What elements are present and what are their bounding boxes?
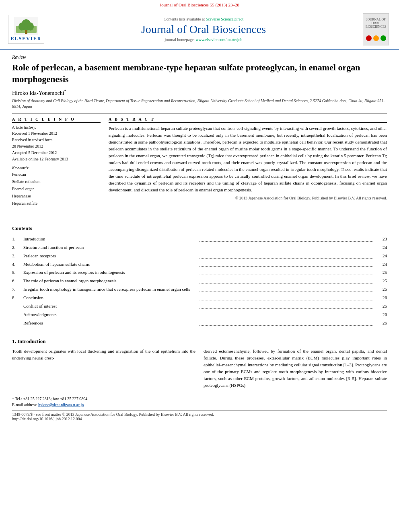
- article-two-col: A R T I C L E I N F O Article history: R…: [12, 117, 387, 210]
- keyword-1: Perlecan: [12, 171, 101, 178]
- contents-item-4: 4. Metabolism of heparan sulfate chains …: [12, 260, 387, 269]
- item-num-7: 7.: [12, 285, 23, 294]
- item-page-conflict: 26: [375, 302, 387, 310]
- homepage-label-text: journal homepage:: [165, 37, 195, 42]
- copyright-line-1: 1349-0079/$ - see front matter © 2013 Ja…: [12, 412, 387, 417]
- item-text-ack: Acknowledgments: [23, 310, 197, 319]
- journal-top-bar: Journal of Oral Biosciences 55 (2013) 23…: [0, 0, 399, 9]
- article-type: Review: [12, 54, 387, 60]
- item-dots-8: [199, 300, 373, 300]
- article-content: Review Role of perlecan, a basement memb…: [0, 50, 399, 214]
- received-date: Received 1 November 2012 Received in rev…: [12, 130, 101, 162]
- item-text-4: Metabolism of heparan sulfate chains: [23, 260, 197, 269]
- keyword-5: Heparan sulfate: [12, 200, 101, 207]
- footnote-tel: * Tel.: +81 25 227 2813; fax: +81 25 227…: [12, 396, 387, 402]
- item-page-ref: 26: [375, 319, 387, 327]
- article-info-label: A R T I C L E I N F O: [12, 117, 101, 123]
- item-num-2: 2.: [12, 243, 23, 252]
- article-info-col: A R T I C L E I N F O Article history: R…: [12, 117, 101, 210]
- history-label: Article history:: [12, 125, 101, 129]
- affiliation: Division of Anatomy and Cell Biology of …: [12, 98, 387, 109]
- contents-item-2: 2. Structure and function of perlecan 24: [12, 243, 387, 252]
- item-num-8: 8.: [12, 294, 23, 302]
- item-page-5: 25: [375, 268, 387, 277]
- item-dots-ref: [199, 325, 373, 326]
- item-page-ack: 26: [375, 310, 387, 319]
- elsevier-text-label: ELSEVIER: [11, 36, 42, 42]
- item-text-1: Introduction: [23, 235, 197, 243]
- keywords-group: Keywords: Perlecan Stellate reticulum En…: [12, 166, 101, 207]
- journal-title-block: Contents lists available at SciVerse Sci…: [48, 17, 359, 42]
- item-page-1: 23: [375, 235, 387, 243]
- history-group: Article history: Received 1 November 201…: [12, 125, 101, 162]
- elsevier-box: ELSEVIER: [8, 15, 44, 44]
- contents-item-7: 7. Irregular tooth morphology in transge…: [12, 285, 387, 294]
- contents-available-text: Contents lists available at: [164, 17, 205, 21]
- copyright-line: © 2013 Japanese Association for Oral Bio…: [109, 196, 387, 200]
- footnote-email: E-mail address: hyione@dent.niigata-u.ac…: [12, 402, 387, 408]
- item-num-4: 4.: [12, 260, 23, 269]
- homepage-link[interactable]: www.elsevier.com/locate/job: [196, 37, 243, 42]
- contents-item-6: 6. The role of perlecan in enamel organ …: [12, 277, 387, 285]
- item-num-3: 3.: [12, 252, 23, 260]
- journal-name: Journal of Oral Biosciences: [48, 23, 359, 36]
- cover-circle-orange: [373, 35, 379, 41]
- copyright-line-2: http://dx.doi.org/10.1016/j.job.2012.12.…: [12, 417, 387, 421]
- item-text-7: Irregular tooth morphology in transgenic…: [23, 285, 197, 294]
- journal-bar-text: Journal of Oral Biosciences 55 (2013) 23…: [160, 2, 239, 7]
- introduction-section: 1. Introduction Tooth development origin…: [12, 334, 387, 389]
- item-num-conflict: [12, 302, 23, 310]
- svg-point-2: [19, 23, 25, 31]
- item-num-5: 5.: [12, 268, 23, 277]
- svg-point-3: [27, 23, 34, 31]
- journal-cover: JOURNAL OFORAL BIOSCIENCES: [363, 13, 391, 45]
- intro-right-text: derived ectomesenchyme, followed by form…: [204, 348, 387, 389]
- cover-circle-green: [380, 35, 386, 41]
- item-text-ref: References: [23, 319, 197, 327]
- item-num-ack: [12, 310, 23, 319]
- email-link[interactable]: hyione@dent.niigata-u.ac.jp: [38, 403, 84, 407]
- item-dots-ack: [199, 317, 373, 317]
- contents-section: Contents 1. Introduction 23 2. Structure…: [12, 221, 387, 327]
- intro-left-col: Tooth development originates with local …: [12, 348, 195, 389]
- keyword-4: Heparanase: [12, 193, 101, 200]
- article-author: Hiroko Ida-Yonemochi*: [12, 89, 387, 97]
- cover-circle-red: [366, 35, 372, 41]
- sciverse-line: Contents lists available at SciVerse Sci…: [48, 17, 359, 21]
- item-num-ref: [12, 319, 23, 327]
- item-dots-4: [199, 266, 373, 267]
- elsevier-logo: ELSEVIER: [8, 15, 44, 44]
- sciverse-link[interactable]: SciVerse ScienceDirect: [206, 17, 244, 21]
- item-page-2: 24: [375, 243, 387, 252]
- email-label: E-mail address:: [12, 403, 37, 407]
- intro-heading: 1. Introduction: [12, 338, 387, 345]
- journal-header: ELSEVIER Contents lists available at Sci…: [0, 9, 399, 50]
- item-page-6: 25: [375, 277, 387, 285]
- homepage-line: journal homepage: www.elsevier.com/locat…: [48, 37, 359, 42]
- item-dots-2: [199, 250, 373, 250]
- abstract-text: Perlecan is a multifunctional heparan su…: [109, 125, 387, 193]
- footer-notes: * Tel.: +81 25 227 2813; fax: +81 25 227…: [12, 393, 387, 408]
- author-star: *: [64, 89, 66, 93]
- cover-circles: [366, 35, 386, 41]
- contents-item-conflict: Conflict of interest 26: [12, 302, 387, 310]
- keyword-3: Enamel organ: [12, 185, 101, 193]
- item-dots-7: [199, 292, 373, 292]
- item-dots-3: [199, 258, 373, 259]
- item-text-8: Conclusion: [23, 294, 197, 302]
- intro-left-text: Tooth development originates with local …: [12, 348, 195, 362]
- contents-item-5: 5. Expression of perlecan and its recept…: [12, 268, 387, 277]
- author-name: Hiroko Ida-Yonemochi: [12, 90, 64, 96]
- keywords-list: Perlecan Stellate reticulum Enamel organ…: [12, 171, 101, 207]
- divider-1: [12, 113, 387, 114]
- contents-item-8: 8. Conclusion 26: [12, 294, 387, 302]
- item-text-3: Perlecan receptors: [23, 252, 197, 260]
- contents-item-1: 1. Introduction 23: [12, 235, 387, 243]
- abstract-col: A B S T R A C T Perlecan is a multifunct…: [109, 117, 387, 210]
- item-page-3: 24: [375, 252, 387, 260]
- item-page-8: 26: [375, 294, 387, 302]
- item-page-4: 24: [375, 260, 387, 269]
- keyword-2: Stellate reticulum: [12, 178, 101, 185]
- item-text-5: Expression of perlecan and its receptors…: [23, 268, 197, 277]
- contents-title: Contents: [12, 225, 387, 232]
